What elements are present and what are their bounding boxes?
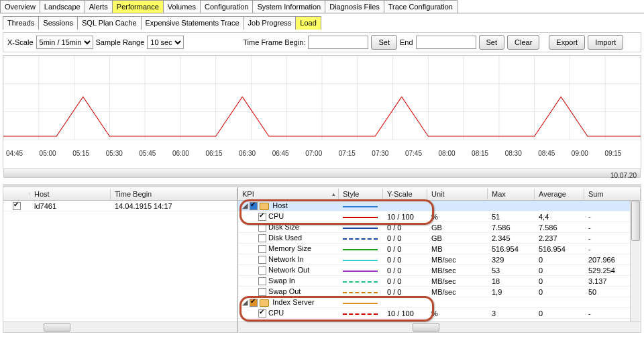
- kpi-checkbox[interactable]: [258, 277, 266, 285]
- kpi-avg: 0: [535, 256, 584, 264]
- right-vertical-scrollbar[interactable]: [630, 201, 641, 322]
- tab-trace-configuration[interactable]: Trace Configuration: [384, 0, 458, 13]
- subtab-expensive-statements-trace[interactable]: Expensive Statements Trace: [141, 16, 244, 30]
- kpi-max: 18: [488, 277, 535, 285]
- kpi-row[interactable]: Disk Size 0 / 0 GB 7.586 7.586 -: [238, 222, 641, 233]
- style-swatch: [343, 249, 378, 250]
- kpi-row[interactable]: Swap In 0 / 0 MB/sec 18 0 3.137: [238, 276, 641, 287]
- kpi-unit: %: [427, 309, 488, 317]
- kpi-row[interactable]: ◢ Index Server: [238, 297, 641, 308]
- kpi-yscale: 0 / 0: [383, 256, 427, 264]
- host-checkbox[interactable]: [13, 202, 21, 210]
- timeframe-end-input[interactable]: [416, 36, 476, 49]
- tree-collapse-icon[interactable]: ◢: [242, 201, 248, 209]
- set-end-button[interactable]: Set: [479, 35, 505, 50]
- col-sum[interactable]: Sum: [584, 189, 641, 199]
- host-table: Host Time Begin ld7461 14.04.1915 14:17: [3, 187, 238, 332]
- kpi-avg: 0: [535, 288, 584, 296]
- kpi-row[interactable]: Memory Size 0 / 0 MB 516.954 516.954 -: [238, 244, 641, 254]
- kpi-checkbox[interactable]: [258, 245, 266, 253]
- set-begin-button[interactable]: Set: [371, 35, 397, 50]
- col-unit[interactable]: Unit: [427, 189, 488, 199]
- tab-alerts[interactable]: Alerts: [85, 0, 113, 13]
- kpi-checkbox[interactable]: [250, 299, 258, 307]
- subtab-sessions[interactable]: Sessions: [38, 16, 78, 30]
- style-swatch: [343, 217, 378, 218]
- host-row[interactable]: ld7461 14.04.1915 14:17: [3, 201, 237, 211]
- kpi-avg: 0: [535, 277, 584, 285]
- kpi-max: 51: [488, 213, 535, 221]
- kpi-row[interactable]: ◢ Host: [238, 201, 641, 211]
- kpi-checkbox[interactable]: [258, 234, 266, 242]
- folder-icon: [260, 203, 269, 210]
- subtab-job-progress[interactable]: Job Progress: [244, 16, 297, 30]
- left-horizontal-scrollbar[interactable]: [3, 322, 237, 332]
- x-tick: 05:00: [40, 150, 73, 157]
- tab-landscape[interactable]: Landscape: [40, 0, 85, 13]
- kpi-max: 53: [488, 266, 535, 275]
- tab-performance[interactable]: Performance: [112, 0, 164, 13]
- subtab-load[interactable]: Load: [295, 16, 321, 30]
- kpi-max: 329: [488, 256, 535, 264]
- kpi-label: Disk Used: [268, 234, 302, 242]
- kpi-row[interactable]: Swap Out 0 / 0 MB/sec 1,9 0 50: [238, 287, 641, 297]
- col-style[interactable]: Style: [339, 189, 383, 199]
- kpi-label: Index Server: [272, 298, 314, 306]
- kpi-row[interactable]: CPU 10 / 100 % 3 0 -: [238, 308, 641, 319]
- tab-volumes[interactable]: Volumes: [163, 0, 201, 13]
- export-button[interactable]: Export: [549, 35, 585, 50]
- subtab-threads[interactable]: Threads: [3, 16, 39, 30]
- kpi-yscale: 10 / 100: [383, 213, 427, 221]
- kpi-checkbox[interactable]: [258, 224, 266, 232]
- timeframe-begin-input[interactable]: [308, 36, 368, 49]
- tab-system-information[interactable]: System Information: [252, 0, 325, 13]
- kpi-avg: 4,4: [535, 213, 584, 221]
- kpi-row[interactable]: Network Out 0 / 0 MB/sec 53 0 529.254: [238, 265, 641, 276]
- x-tick: 07:00: [305, 150, 339, 157]
- kpi-unit: GB: [427, 234, 488, 242]
- subtab-sql-plan-cache[interactable]: SQL Plan Cache: [77, 16, 142, 30]
- kpi-checkbox[interactable]: [258, 288, 266, 296]
- tab-diagnosis-files[interactable]: Diagnosis Files: [325, 0, 384, 13]
- timeframe-end-label: End: [400, 38, 413, 46]
- col-average[interactable]: Average: [535, 189, 584, 199]
- kpi-label: Swap In: [268, 277, 295, 285]
- kpi-row[interactable]: Disk Used 0 / 0 GB 2.345 2.237 -: [238, 233, 641, 244]
- tab-configuration[interactable]: Configuration: [200, 0, 253, 13]
- col-max[interactable]: Max: [488, 189, 535, 199]
- kpi-checkbox[interactable]: [258, 309, 266, 317]
- kpi-checkbox[interactable]: [250, 202, 258, 210]
- kpi-unit: MB/sec: [427, 266, 488, 275]
- sort-asc-icon: ▴: [332, 191, 335, 197]
- import-button[interactable]: Import: [588, 35, 623, 50]
- clear-button[interactable]: Clear: [507, 35, 539, 50]
- style-swatch: [343, 313, 378, 315]
- sample-range-select[interactable]: 10 sec: [147, 36, 184, 49]
- col-yscale[interactable]: Y-Scale: [383, 189, 427, 199]
- kpi-checkbox[interactable]: [258, 256, 266, 264]
- col-time-begin[interactable]: Time Begin: [111, 189, 237, 199]
- x-tick: 04:45: [6, 150, 40, 157]
- load-chart[interactable]: 04:4505:0005:1505:3005:4506:0006:1506:30…: [3, 55, 641, 169]
- kpi-row[interactable]: Network In 0 / 0 MB/sec 329 0 207.966: [238, 254, 641, 265]
- right-horizontal-scrollbar[interactable]: [238, 322, 641, 332]
- host-name: ld7461: [30, 202, 111, 210]
- col-checkbox[interactable]: [3, 193, 30, 195]
- col-host[interactable]: Host: [30, 189, 111, 199]
- tree-collapse-icon[interactable]: ◢: [242, 298, 248, 306]
- style-swatch: [343, 303, 378, 304]
- kpi-checkbox[interactable]: [258, 266, 266, 275]
- x-tick: 08:30: [505, 150, 539, 157]
- chart-horizontal-scrollbar[interactable]: [3, 168, 641, 178]
- kpi-label: Host: [272, 201, 288, 209]
- x-tick: 08:15: [472, 150, 505, 157]
- kpi-checkbox[interactable]: [258, 213, 266, 221]
- tab-overview[interactable]: Overview: [0, 0, 40, 13]
- xscale-select[interactable]: 5min / 15min: [36, 36, 93, 49]
- col-kpi[interactable]: KPI▴: [238, 189, 339, 199]
- x-tick: 07:45: [405, 150, 439, 157]
- style-swatch: [343, 271, 378, 272]
- kpi-row[interactable]: CPU 10 / 100 % 51 4,4 -: [238, 211, 641, 222]
- kpi-unit: GB: [427, 224, 488, 232]
- kpi-table: KPI▴ Style Y-Scale Unit Max Average Sum …: [238, 187, 641, 332]
